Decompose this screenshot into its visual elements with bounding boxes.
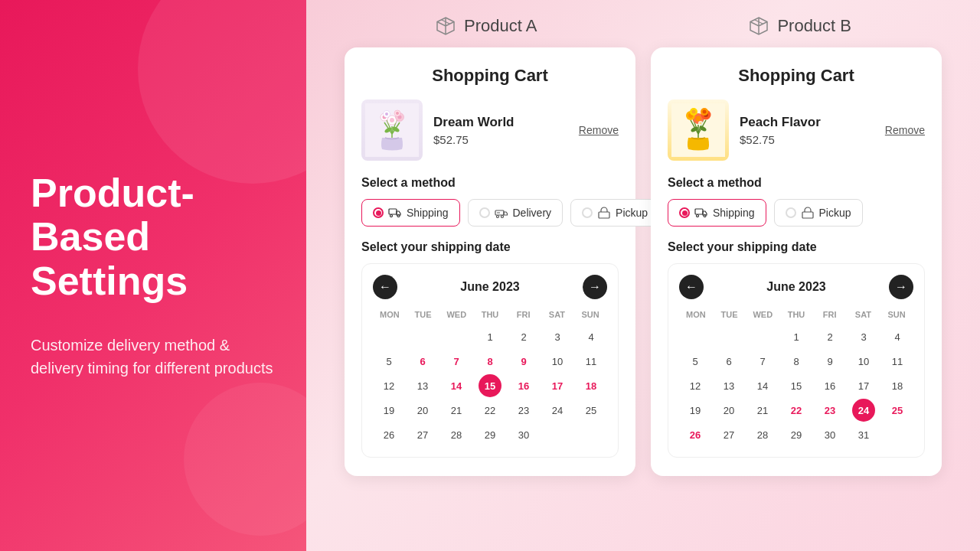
cal-day-10[interactable]: 10 (852, 350, 875, 373)
cal-day-3[interactable]: 3 (852, 325, 875, 348)
cal-b-prev-btn[interactable]: ← (679, 275, 704, 299)
cal-a-prev-btn[interactable]: ← (373, 275, 397, 299)
card-a-shipping-label: Select your shipping date (361, 240, 619, 254)
cal-day-26[interactable]: 26 (684, 423, 707, 446)
cal-empty: · (684, 325, 707, 348)
method-delivery-a[interactable]: Delivery (468, 199, 564, 227)
cal-day-30[interactable]: 30 (818, 423, 841, 446)
svg-point-14 (385, 112, 388, 116)
calendar-a-grid: MON TUE WED THU FRI SAT SUN ···123456789… (373, 308, 607, 446)
products-label-row: Product A Product B (329, 15, 957, 37)
cal-day-13[interactable]: 13 (717, 374, 740, 397)
cal-day-9[interactable]: 9 (818, 350, 841, 373)
calendar-b-days: ···1234567891011121314151617181920212223… (679, 325, 913, 446)
radio-pickup-b (786, 207, 796, 218)
cal-day-2[interactable]: 2 (818, 325, 841, 348)
svg-point-49 (697, 215, 699, 217)
svg-point-21 (397, 215, 400, 217)
cal-day-17[interactable]: 17 (546, 374, 569, 397)
cal-day-22[interactable]: 22 (785, 399, 808, 422)
cal-day-25[interactable]: 25 (886, 399, 909, 422)
product-b-price: $52.75 (740, 133, 874, 146)
cal-day-1[interactable]: 1 (785, 325, 808, 348)
cal-day-15[interactable]: 15 (479, 374, 501, 397)
cal-day-1[interactable]: 1 (479, 325, 501, 348)
cal-day-26[interactable]: 26 (377, 423, 400, 446)
cal-day-5[interactable]: 5 (684, 350, 707, 373)
cal-day-24[interactable]: 24 (852, 399, 875, 422)
cal-day-18[interactable]: 18 (886, 374, 909, 397)
cal-day-18[interactable]: 18 (580, 374, 603, 397)
cal-day-21[interactable]: 21 (445, 399, 468, 422)
product-a-label: Product A (435, 15, 537, 37)
cal-day-10[interactable]: 10 (546, 350, 569, 373)
cal-day-17[interactable]: 17 (852, 374, 875, 397)
cal-day-12[interactable]: 12 (377, 374, 400, 397)
cal-day-20[interactable]: 20 (717, 399, 740, 422)
cal-day-25[interactable]: 25 (580, 399, 603, 422)
svg-point-50 (704, 215, 706, 217)
cal-day-13[interactable]: 13 (411, 374, 434, 397)
product-b-text: Product B (777, 16, 851, 36)
cal-day-5[interactable]: 5 (377, 350, 400, 373)
cal-day-8[interactable]: 8 (785, 350, 808, 373)
cal-day-31[interactable]: 31 (852, 423, 875, 446)
product-a-remove-btn[interactable]: Remove (579, 124, 619, 136)
cal-day-16[interactable]: 16 (512, 374, 535, 397)
cal-day-14[interactable]: 14 (751, 374, 774, 397)
method-pickup-b[interactable]: Pickup (774, 199, 863, 227)
svg-rect-51 (802, 212, 813, 218)
cal-day-6[interactable]: 6 (717, 350, 740, 373)
product-b-remove-btn[interactable]: Remove (885, 124, 925, 136)
cal-day-21[interactable]: 21 (751, 399, 774, 422)
cal-day-6[interactable]: 6 (411, 350, 434, 373)
cal-day-28[interactable]: 28 (751, 423, 774, 446)
cal-day-27[interactable]: 27 (717, 423, 740, 446)
card-a-title: Shopping Cart (361, 66, 619, 86)
cal-day-19[interactable]: 19 (377, 399, 400, 422)
cal-day-19[interactable]: 19 (684, 399, 707, 422)
cal-day-4[interactable]: 4 (580, 325, 603, 348)
method-shipping-a[interactable]: Shipping (361, 199, 460, 227)
cal-day-23[interactable]: 23 (512, 399, 535, 422)
cal-day-11[interactable]: 11 (886, 350, 909, 373)
cal-day-30[interactable]: 30 (512, 423, 535, 446)
cal-a-next-btn[interactable]: → (583, 275, 607, 299)
cal-day-14[interactable]: 14 (445, 374, 468, 397)
cal-b-month: June 2023 (766, 280, 825, 294)
cal-day-23[interactable]: 23 (818, 399, 841, 422)
cal-day-7[interactable]: 7 (751, 350, 774, 373)
calendar-a-days: ···1234567891011121314151617181920212223… (373, 325, 607, 446)
svg-point-43 (703, 110, 707, 114)
cal-b-tue: TUE (713, 308, 746, 321)
product-b-info: Peach Flavor $52.75 (740, 115, 874, 146)
cal-day-29[interactable]: 29 (785, 423, 808, 446)
cal-day-2[interactable]: 2 (512, 325, 535, 348)
cal-day-9[interactable]: 9 (512, 350, 535, 373)
cal-day-27[interactable]: 27 (411, 423, 434, 446)
cal-day-7[interactable]: 7 (445, 350, 468, 373)
shipping-icon-a (388, 206, 402, 220)
cal-day-22[interactable]: 22 (479, 399, 501, 422)
cal-b-sun: SUN (880, 308, 913, 321)
cal-b-sat: SAT (847, 308, 880, 321)
svg-point-20 (390, 215, 393, 217)
cal-b-next-btn[interactable]: → (889, 275, 913, 299)
cal-day-20[interactable]: 20 (411, 399, 434, 422)
cal-day-28[interactable]: 28 (445, 423, 468, 446)
cal-day-11[interactable]: 11 (580, 350, 603, 373)
method-shipping-b[interactable]: Shipping (668, 199, 766, 227)
cal-day-29[interactable]: 29 (479, 423, 501, 446)
cal-a-mon: MON (373, 308, 407, 321)
cal-day-3[interactable]: 3 (546, 325, 569, 348)
cal-day-8[interactable]: 8 (479, 350, 501, 373)
card-product-a: Shopping Cart (345, 47, 635, 476)
cal-a-thu: THU (473, 308, 507, 321)
method-pickup-a[interactable]: Pickup (570, 199, 659, 227)
cal-day-4[interactable]: 4 (886, 325, 909, 348)
cal-day-16[interactable]: 16 (818, 374, 841, 397)
cal-day-24[interactable]: 24 (546, 399, 569, 422)
cal-day-15[interactable]: 15 (785, 374, 808, 397)
product-a-info: Dream World $52.75 (433, 115, 568, 146)
cal-day-12[interactable]: 12 (684, 374, 707, 397)
